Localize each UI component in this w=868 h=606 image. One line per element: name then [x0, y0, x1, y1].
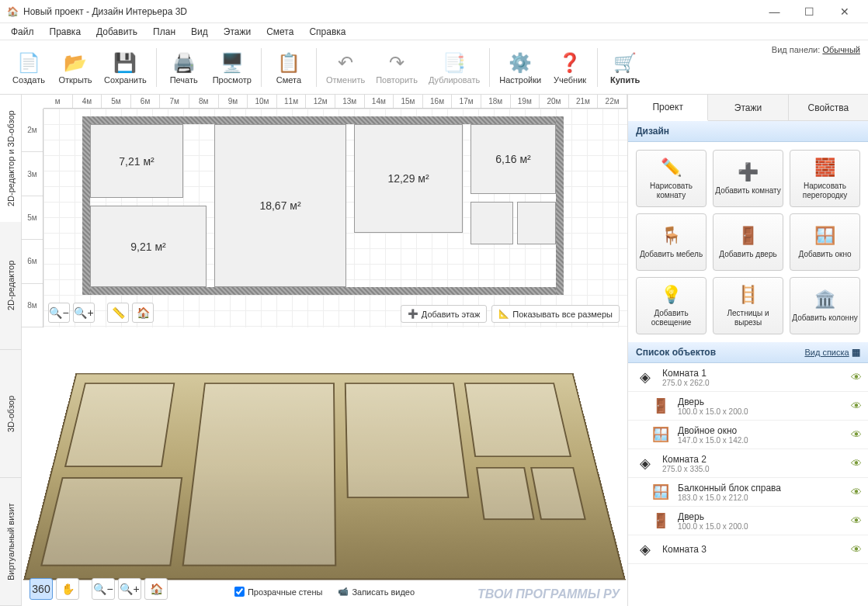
plan-2d-canvas[interactable]: 7,21 м² 9,21 м² 18,67 м² 12,29 м² 6,16 м… — [43, 109, 627, 327]
room-4[interactable]: 6,16 м² — [470, 124, 556, 194]
zoom-out-3d-button[interactable]: 🔍− — [92, 578, 115, 600]
open-button[interactable]: 📂Открыть — [53, 44, 98, 91]
tutorial-button[interactable]: ❓Учебник — [547, 44, 592, 91]
minimize-button[interactable]: — — [757, 0, 792, 23]
close-button[interactable]: ✕ — [827, 0, 862, 23]
room-1[interactable]: 7,21 м² — [90, 124, 183, 198]
visibility-icon[interactable]: 👁 — [851, 371, 862, 383]
main-area: 2D-редактор и 3D-обзор 2D-редактор 3D-об… — [0, 95, 868, 606]
new-file-icon: 📄 — [16, 50, 41, 75]
vtab-2d[interactable]: 2D-редактор — [0, 222, 21, 350]
visibility-icon[interactable]: 👁 — [851, 514, 862, 527]
list-item[interactable]: ◈Комната 3👁 — [628, 535, 868, 564]
pan-button[interactable]: ✋ — [56, 578, 79, 600]
add-window-button[interactable]: 🪟Добавить окно — [790, 213, 860, 271]
wall[interactable] — [82, 287, 564, 295]
home-3d-button[interactable]: 🏠 — [144, 578, 168, 600]
menu-estimate[interactable]: Смета — [260, 25, 300, 39]
visibility-icon[interactable]: 👁 — [851, 400, 862, 412]
rotate-360-button[interactable]: 360 — [30, 578, 53, 600]
maximize-button[interactable]: ☐ — [792, 0, 827, 23]
add-furniture-button[interactable]: 🪑Добавить мебель — [636, 213, 707, 271]
save-button[interactable]: 💾Сохранить — [99, 44, 151, 91]
camera-icon: 📹 — [338, 587, 349, 597]
panel-mode-link[interactable]: Обычный — [822, 45, 860, 54]
room-2[interactable]: 18,67 м² — [214, 124, 346, 287]
add-lighting-button[interactable]: 💡Добавить освещение — [636, 277, 707, 334]
room-small[interactable] — [470, 202, 513, 244]
measure-button[interactable]: 📏 — [107, 303, 129, 323]
rtab-properties[interactable]: Свойства — [789, 95, 868, 120]
menu-plan[interactable]: План — [147, 25, 182, 39]
list-item[interactable]: 🚪Дверь100.0 x 15.0 x 200.0👁 — [628, 392, 868, 421]
folder-icon: 📂 — [63, 50, 88, 75]
visibility-icon[interactable]: 👁 — [851, 457, 862, 469]
visibility-icon[interactable]: 👁 — [851, 428, 862, 441]
vtab-3d[interactable]: 3D-обзор — [0, 350, 21, 478]
buy-button[interactable]: 🛒Купить — [602, 44, 648, 91]
list-item[interactable]: 🪟Двойное окно147.0 x 15.0 x 142.0👁 — [628, 421, 868, 449]
undo-button[interactable]: ↶Отменить — [321, 44, 370, 91]
rtab-project[interactable]: Проект — [628, 95, 708, 121]
list-item[interactable]: ◈Комната 1275.0 x 262.0👁 — [628, 363, 868, 392]
add-floor-button[interactable]: ➕Добавить этаж — [401, 305, 487, 323]
menu-edit[interactable]: Правка — [43, 25, 88, 39]
toolbar: 📄Создать 📂Открыть 💾Сохранить 🖨️Печать 🖥️… — [0, 40, 868, 95]
window-icon: 🪟 — [650, 424, 672, 445]
room-small2[interactable] — [517, 202, 556, 244]
ruler-vertical: 2м3м5м6м8м — [22, 109, 43, 327]
door-icon: 🚪 — [650, 510, 672, 532]
stairs-button[interactable]: 🪜Лестницы и вырезы — [713, 277, 783, 334]
show-dims-button[interactable]: 📐Показывать все размеры — [491, 305, 620, 323]
printer-icon: 🖨️ — [172, 50, 196, 75]
menu-floors[interactable]: Этажи — [217, 25, 257, 39]
zoom-in-button[interactable]: 🔍+ — [73, 303, 95, 323]
rtab-floors[interactable]: Этажи — [708, 95, 788, 120]
draw-partition-button[interactable]: 🧱Нарисовать перегородку — [790, 150, 860, 207]
menu-help[interactable]: Справка — [303, 25, 352, 39]
list-item[interactable]: ◈Комната 2275.0 x 335.0👁 — [628, 449, 868, 478]
duplicate-icon: 📑 — [442, 50, 467, 75]
visibility-icon[interactable]: 👁 — [851, 543, 862, 556]
wall[interactable] — [82, 116, 564, 124]
room-icon: ◈ — [634, 538, 656, 560]
add-room-button[interactable]: ➕Добавить комнату — [713, 150, 783, 207]
plan-2d-wrap: м4м5м6м7м8м9м10м11м12м13м14м15м16м17м18м… — [22, 95, 627, 327]
render-3d — [23, 373, 626, 580]
vtab-2d-3d[interactable]: 2D-редактор и 3D-обзор — [0, 95, 21, 222]
wall[interactable] — [556, 116, 564, 295]
add-column-button[interactable]: 🏛️Добавить колонну — [790, 277, 860, 334]
bulb-icon: 💡 — [661, 284, 682, 306]
menu-file[interactable]: Файл — [5, 25, 40, 39]
redo-button[interactable]: ↷Повторить — [371, 44, 422, 91]
list-item[interactable]: 🚪Дверь100.0 x 15.0 x 200.0👁 — [628, 507, 868, 535]
list-icon[interactable]: ▦ — [852, 347, 860, 358]
zoom-out-button[interactable]: 🔍− — [48, 303, 70, 323]
view-3d[interactable]: 360 ✋ 🔍− 🔍+ 🏠 Прозрачные стены 📹Записать… — [22, 327, 627, 606]
add-door-button[interactable]: 🚪Добавить дверь — [713, 213, 783, 271]
add-floor-icon: ➕ — [408, 309, 418, 319]
window-icon: 🪟 — [814, 225, 836, 247]
create-button[interactable]: 📄Создать — [6, 44, 51, 91]
settings-button[interactable]: ⚙️Настройки — [495, 44, 546, 91]
menu-add[interactable]: Добавить — [90, 25, 144, 39]
home-button[interactable]: 🏠 — [132, 303, 154, 323]
list-item[interactable]: 🪟Балконный блок справа183.0 x 15.0 x 212… — [628, 478, 868, 507]
room-3[interactable]: 12,29 м² — [354, 124, 463, 233]
duplicate-button[interactable]: 📑Дублировать — [424, 44, 484, 91]
estimate-button[interactable]: 📋Смета — [266, 44, 311, 91]
draw-room-button[interactable]: ✏️Нарисовать комнату — [636, 150, 707, 207]
object-list: ◈Комната 1275.0 x 262.0👁 🚪Дверь100.0 x 1… — [628, 363, 868, 606]
vtab-virtual[interactable]: Виртуальный визит — [0, 478, 21, 606]
list-view-link[interactable]: Вид списка — [804, 348, 849, 357]
menu-view[interactable]: Вид — [185, 25, 214, 39]
zoom-in-3d-button[interactable]: 🔍+ — [118, 578, 141, 600]
record-video-button[interactable]: 📹Записать видео — [338, 587, 415, 597]
print-button[interactable]: 🖨️Печать — [161, 44, 207, 91]
wall[interactable] — [82, 116, 90, 295]
preview-button[interactable]: 🖥️Просмотр — [208, 44, 256, 91]
room-5[interactable]: 9,21 м² — [90, 206, 207, 287]
ruler-horizontal: м4м5м6м7м8м9м10м11м12м13м14м15м16м17м18м… — [43, 95, 627, 109]
transparent-walls-checkbox[interactable]: Прозрачные стены — [234, 587, 322, 597]
visibility-icon[interactable]: 👁 — [851, 486, 862, 498]
